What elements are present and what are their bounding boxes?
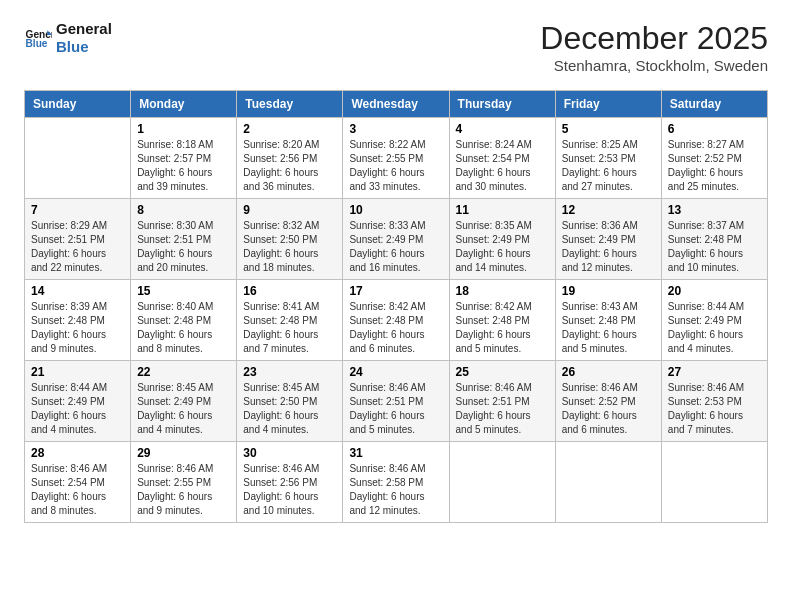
day-info: Sunrise: 8:25 AMSunset: 2:53 PMDaylight:…: [562, 138, 655, 194]
calendar-table: SundayMondayTuesdayWednesdayThursdayFrid…: [24, 90, 768, 523]
day-number: 4: [456, 122, 549, 136]
day-info: Sunrise: 8:36 AMSunset: 2:49 PMDaylight:…: [562, 219, 655, 275]
day-number: 27: [668, 365, 761, 379]
day-info: Sunrise: 8:35 AMSunset: 2:49 PMDaylight:…: [456, 219, 549, 275]
weekday-header-row: SundayMondayTuesdayWednesdayThursdayFrid…: [25, 91, 768, 118]
day-info: Sunrise: 8:46 AMSunset: 2:51 PMDaylight:…: [349, 381, 442, 437]
calendar-cell: 5Sunrise: 8:25 AMSunset: 2:53 PMDaylight…: [555, 118, 661, 199]
calendar-cell: 17Sunrise: 8:42 AMSunset: 2:48 PMDayligh…: [343, 280, 449, 361]
day-info: Sunrise: 8:44 AMSunset: 2:49 PMDaylight:…: [668, 300, 761, 356]
day-number: 11: [456, 203, 549, 217]
day-info: Sunrise: 8:18 AMSunset: 2:57 PMDaylight:…: [137, 138, 230, 194]
calendar-cell: 19Sunrise: 8:43 AMSunset: 2:48 PMDayligh…: [555, 280, 661, 361]
day-info: Sunrise: 8:42 AMSunset: 2:48 PMDaylight:…: [456, 300, 549, 356]
calendar-cell: 16Sunrise: 8:41 AMSunset: 2:48 PMDayligh…: [237, 280, 343, 361]
weekday-header-friday: Friday: [555, 91, 661, 118]
day-number: 30: [243, 446, 336, 460]
week-row-4: 28Sunrise: 8:46 AMSunset: 2:54 PMDayligh…: [25, 442, 768, 523]
day-number: 7: [31, 203, 124, 217]
day-number: 16: [243, 284, 336, 298]
calendar-cell: 13Sunrise: 8:37 AMSunset: 2:48 PMDayligh…: [661, 199, 767, 280]
calendar-cell: 3Sunrise: 8:22 AMSunset: 2:55 PMDaylight…: [343, 118, 449, 199]
calendar-cell: 21Sunrise: 8:44 AMSunset: 2:49 PMDayligh…: [25, 361, 131, 442]
location-title: Stenhamra, Stockholm, Sweden: [540, 57, 768, 74]
day-info: Sunrise: 8:24 AMSunset: 2:54 PMDaylight:…: [456, 138, 549, 194]
day-number: 29: [137, 446, 230, 460]
day-number: 1: [137, 122, 230, 136]
day-info: Sunrise: 8:40 AMSunset: 2:48 PMDaylight:…: [137, 300, 230, 356]
logo: General Blue General Blue: [24, 20, 112, 56]
day-info: Sunrise: 8:44 AMSunset: 2:49 PMDaylight:…: [31, 381, 124, 437]
day-number: 24: [349, 365, 442, 379]
day-info: Sunrise: 8:29 AMSunset: 2:51 PMDaylight:…: [31, 219, 124, 275]
day-number: 12: [562, 203, 655, 217]
calendar-cell: [661, 442, 767, 523]
day-number: 18: [456, 284, 549, 298]
week-row-2: 14Sunrise: 8:39 AMSunset: 2:48 PMDayligh…: [25, 280, 768, 361]
month-title: December 2025: [540, 20, 768, 57]
weekday-header-monday: Monday: [131, 91, 237, 118]
weekday-header-thursday: Thursday: [449, 91, 555, 118]
day-info: Sunrise: 8:20 AMSunset: 2:56 PMDaylight:…: [243, 138, 336, 194]
day-info: Sunrise: 8:30 AMSunset: 2:51 PMDaylight:…: [137, 219, 230, 275]
day-info: Sunrise: 8:45 AMSunset: 2:50 PMDaylight:…: [243, 381, 336, 437]
day-number: 15: [137, 284, 230, 298]
day-info: Sunrise: 8:22 AMSunset: 2:55 PMDaylight:…: [349, 138, 442, 194]
day-number: 31: [349, 446, 442, 460]
day-number: 2: [243, 122, 336, 136]
day-number: 9: [243, 203, 336, 217]
day-number: 17: [349, 284, 442, 298]
day-info: Sunrise: 8:46 AMSunset: 2:56 PMDaylight:…: [243, 462, 336, 518]
calendar-cell: 24Sunrise: 8:46 AMSunset: 2:51 PMDayligh…: [343, 361, 449, 442]
day-info: Sunrise: 8:46 AMSunset: 2:55 PMDaylight:…: [137, 462, 230, 518]
calendar-cell: 1Sunrise: 8:18 AMSunset: 2:57 PMDaylight…: [131, 118, 237, 199]
calendar-cell: 8Sunrise: 8:30 AMSunset: 2:51 PMDaylight…: [131, 199, 237, 280]
calendar-cell: 29Sunrise: 8:46 AMSunset: 2:55 PMDayligh…: [131, 442, 237, 523]
calendar-cell: 10Sunrise: 8:33 AMSunset: 2:49 PMDayligh…: [343, 199, 449, 280]
day-number: 6: [668, 122, 761, 136]
calendar-cell: 22Sunrise: 8:45 AMSunset: 2:49 PMDayligh…: [131, 361, 237, 442]
calendar-cell: 28Sunrise: 8:46 AMSunset: 2:54 PMDayligh…: [25, 442, 131, 523]
calendar-cell: 7Sunrise: 8:29 AMSunset: 2:51 PMDaylight…: [25, 199, 131, 280]
calendar-cell: 30Sunrise: 8:46 AMSunset: 2:56 PMDayligh…: [237, 442, 343, 523]
day-number: 14: [31, 284, 124, 298]
day-info: Sunrise: 8:42 AMSunset: 2:48 PMDaylight:…: [349, 300, 442, 356]
day-info: Sunrise: 8:46 AMSunset: 2:58 PMDaylight:…: [349, 462, 442, 518]
day-number: 10: [349, 203, 442, 217]
calendar-cell: 11Sunrise: 8:35 AMSunset: 2:49 PMDayligh…: [449, 199, 555, 280]
day-number: 3: [349, 122, 442, 136]
day-number: 20: [668, 284, 761, 298]
day-info: Sunrise: 8:27 AMSunset: 2:52 PMDaylight:…: [668, 138, 761, 194]
weekday-header-saturday: Saturday: [661, 91, 767, 118]
day-info: Sunrise: 8:43 AMSunset: 2:48 PMDaylight:…: [562, 300, 655, 356]
weekday-header-sunday: Sunday: [25, 91, 131, 118]
calendar-cell: [555, 442, 661, 523]
day-number: 19: [562, 284, 655, 298]
day-info: Sunrise: 8:46 AMSunset: 2:53 PMDaylight:…: [668, 381, 761, 437]
day-number: 13: [668, 203, 761, 217]
calendar-cell: 15Sunrise: 8:40 AMSunset: 2:48 PMDayligh…: [131, 280, 237, 361]
day-number: 23: [243, 365, 336, 379]
calendar-cell: 2Sunrise: 8:20 AMSunset: 2:56 PMDaylight…: [237, 118, 343, 199]
calendar-cell: 23Sunrise: 8:45 AMSunset: 2:50 PMDayligh…: [237, 361, 343, 442]
week-row-3: 21Sunrise: 8:44 AMSunset: 2:49 PMDayligh…: [25, 361, 768, 442]
week-row-0: 1Sunrise: 8:18 AMSunset: 2:57 PMDaylight…: [25, 118, 768, 199]
day-info: Sunrise: 8:46 AMSunset: 2:54 PMDaylight:…: [31, 462, 124, 518]
logo-icon: General Blue: [24, 24, 52, 52]
title-block: December 2025 Stenhamra, Stockholm, Swed…: [540, 20, 768, 74]
day-info: Sunrise: 8:46 AMSunset: 2:52 PMDaylight:…: [562, 381, 655, 437]
day-info: Sunrise: 8:39 AMSunset: 2:48 PMDaylight:…: [31, 300, 124, 356]
week-row-1: 7Sunrise: 8:29 AMSunset: 2:51 PMDaylight…: [25, 199, 768, 280]
day-info: Sunrise: 8:37 AMSunset: 2:48 PMDaylight:…: [668, 219, 761, 275]
calendar-cell: 20Sunrise: 8:44 AMSunset: 2:49 PMDayligh…: [661, 280, 767, 361]
day-number: 26: [562, 365, 655, 379]
day-info: Sunrise: 8:46 AMSunset: 2:51 PMDaylight:…: [456, 381, 549, 437]
calendar-cell: 9Sunrise: 8:32 AMSunset: 2:50 PMDaylight…: [237, 199, 343, 280]
weekday-header-wednesday: Wednesday: [343, 91, 449, 118]
day-number: 22: [137, 365, 230, 379]
logo-text-line2: Blue: [56, 38, 112, 56]
calendar-cell: 14Sunrise: 8:39 AMSunset: 2:48 PMDayligh…: [25, 280, 131, 361]
calendar-cell: 6Sunrise: 8:27 AMSunset: 2:52 PMDaylight…: [661, 118, 767, 199]
logo-text-line1: General: [56, 20, 112, 38]
day-number: 8: [137, 203, 230, 217]
